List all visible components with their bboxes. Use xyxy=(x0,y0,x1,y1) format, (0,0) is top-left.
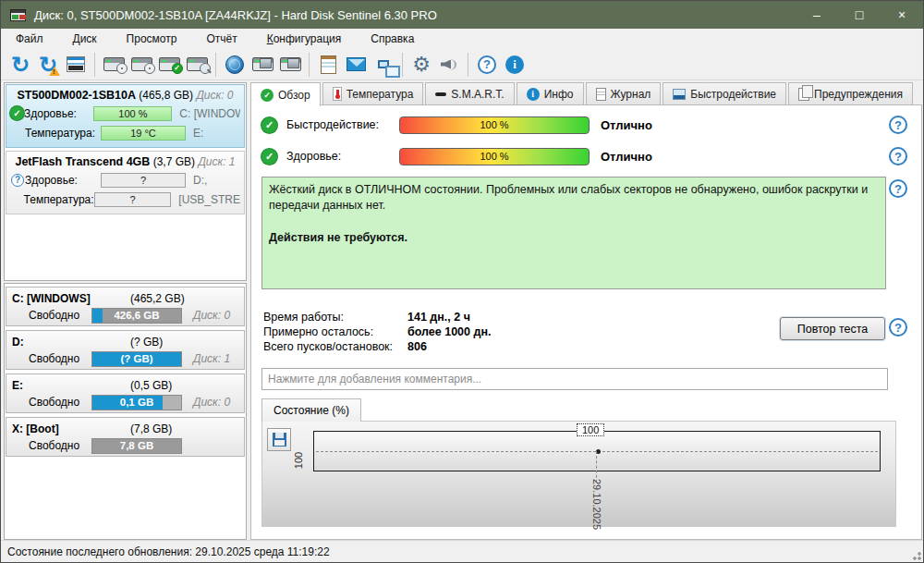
stat-value: 141 дн., 2 ч xyxy=(407,311,470,324)
sound-icon xyxy=(441,57,457,72)
disk-card-1[interactable]: JetFlash Transcend 4GB (3,7 GB) Диск: 1 … xyxy=(6,151,245,214)
refresh-warning-button[interactable]: ↻ xyxy=(34,51,62,79)
tab-label: S.M.A.R.T. xyxy=(451,88,504,101)
disk-gauge-button[interactable] xyxy=(100,51,128,79)
partition-disk: Диск: 0 xyxy=(193,396,230,409)
disk-eject-button[interactable] xyxy=(276,51,304,79)
estimated-remaining-row: Примерно осталось: более 1000 дн. xyxy=(263,325,491,338)
free-space-bar: (? GB) xyxy=(91,351,182,367)
tab-log[interactable]: Журнал xyxy=(586,82,662,104)
save-chart-button[interactable] xyxy=(267,428,291,451)
menu-disk[interactable]: Диск xyxy=(62,31,108,47)
health-ok-icon: ✓ xyxy=(10,106,24,120)
partition-card-d[interactable]: D: (? GB) Свободно (? GB) Диск: 1 xyxy=(6,330,245,370)
health-bar: ? xyxy=(101,173,186,188)
partition-name: C: [WINDOWS] xyxy=(12,292,130,305)
pages-icon xyxy=(798,88,809,101)
history-tab-status[interactable]: Состояние (%) xyxy=(261,398,361,422)
disk-check-icon: ✓ xyxy=(159,57,180,71)
info-button[interactable]: i xyxy=(501,51,529,79)
info-icon: i xyxy=(505,55,524,74)
tab-label: Быстродействие xyxy=(690,88,776,101)
history-tab-label: Состояние (%) xyxy=(274,404,349,417)
minimize-button[interactable]: – xyxy=(796,1,838,29)
toolbar-separator xyxy=(468,53,468,77)
partition-card-e[interactable]: E: (0,5 GB) Свободно 0,1 GB Диск: 0 xyxy=(6,373,245,413)
health-row: ✓ Здоровье: 100 % Отлично xyxy=(261,147,652,165)
tab-performance[interactable]: Быстродействие xyxy=(663,82,786,104)
performance-bar: 100 % xyxy=(399,116,590,134)
disk-search-button[interactable] xyxy=(183,51,211,79)
tab-overview[interactable]: ✓Обзор xyxy=(250,82,321,106)
free-label: Свободно xyxy=(29,396,91,409)
tab-alerts[interactable]: Предупреждения xyxy=(788,82,913,104)
stat-label: Время работы: xyxy=(263,311,407,324)
notepad-button[interactable] xyxy=(314,51,342,79)
free-space-bar: 0,1 GB xyxy=(91,395,182,410)
disk-clock-button[interactable] xyxy=(128,51,155,79)
menu-report[interactable]: Отчёт xyxy=(195,31,248,47)
partition-card-c[interactable]: C: [WINDOWS] (465,2 GB) Свободно 426,6 G… xyxy=(6,287,245,326)
overview-panel: ✓ Быстродействие: 100 % Отлично ? ✓ Здор… xyxy=(250,104,922,540)
free-label: Свободно xyxy=(29,439,91,452)
health-message: Жёсткий диск в ОТЛИЧНОМ состоянии. Пробл… xyxy=(269,182,879,214)
health-label: Здоровье: xyxy=(25,174,101,187)
partition-card-x[interactable]: X: [Boot] (7,8 GB) Свободно 7,8 GB xyxy=(6,417,245,457)
toolbar-separator xyxy=(215,53,216,77)
temp-bar: ? xyxy=(94,192,172,207)
tab-smart[interactable]: S.M.A.R.T. xyxy=(425,82,514,104)
tab-temperature[interactable]: Температура xyxy=(322,82,424,104)
network-button[interactable] xyxy=(370,51,397,79)
stat-value: более 1000 дн. xyxy=(407,325,491,338)
status-text: Состояние последнего обновления: 29.10.2… xyxy=(7,545,330,558)
partition-name: D: xyxy=(12,336,130,349)
sound-button[interactable] xyxy=(435,51,463,79)
settings-button[interactable]: ⚙ xyxy=(407,51,435,79)
disk-check-button[interactable]: ✓ xyxy=(155,51,183,79)
help-button[interactable]: ? xyxy=(473,51,501,79)
help-icon[interactable]: ? xyxy=(889,179,907,198)
thermometer-icon xyxy=(333,87,342,101)
tab-info[interactable]: iИнфо xyxy=(517,82,584,104)
free-label: Свободно xyxy=(29,309,91,322)
disk-number: Диск: 0 xyxy=(196,89,233,102)
menu-help[interactable]: Справка xyxy=(359,31,425,47)
refresh-button[interactable]: ↻ xyxy=(6,51,34,79)
tab-label: Инфо xyxy=(544,88,574,101)
mail-icon xyxy=(346,57,366,71)
disk-card-0[interactable]: ST500DM002-1SB10A (465,8 GB) Диск: 0 ✓ З… xyxy=(6,84,245,148)
help-icon[interactable]: ? xyxy=(889,147,907,165)
resize-grip[interactable] xyxy=(910,549,921,560)
mail-button[interactable] xyxy=(342,51,370,79)
start-stop-count-row: Всего пусков/остановок: 806 xyxy=(263,340,427,353)
y-axis-tick: 100 xyxy=(293,452,304,469)
comment-input[interactable] xyxy=(261,368,888,390)
disk-model: ST500DM002-1SB10A xyxy=(17,89,136,102)
disk-size: (465,8 GB) xyxy=(139,89,193,102)
partition-name: E: xyxy=(12,379,130,392)
tab-label: Журнал xyxy=(611,88,651,101)
document-icon xyxy=(596,88,606,101)
volume-label: C: [WINDOW xyxy=(179,107,240,120)
menu-konfiguracija[interactable]: Конфигурация xyxy=(256,31,353,47)
app-window: Диск: 0, ST500DM002-1SB10A [ZA44RKJZ] - … xyxy=(0,0,924,563)
notepad-icon xyxy=(321,55,336,74)
help-icon[interactable]: ? xyxy=(889,116,907,134)
close-button[interactable]: × xyxy=(881,1,923,29)
partition-size: (465,2 GB) xyxy=(130,292,185,305)
disk-copy-icon xyxy=(252,57,274,71)
disk-copy-button[interactable] xyxy=(249,51,276,79)
menu-file[interactable]: Файл xyxy=(5,31,55,47)
menubar: Файл Диск Просмотр Отчёт Конфигурация Сп… xyxy=(1,29,923,49)
toolbar: ↻ ↻ ✓ ⚙ ? i xyxy=(1,49,923,80)
maximize-button[interactable]: □ xyxy=(838,1,881,29)
temp-label: Температура: xyxy=(24,193,94,206)
help-icon[interactable]: ? xyxy=(889,318,907,337)
menu-view[interactable]: Просмотр xyxy=(116,31,188,47)
stat-label: Всего пусков/остановок: xyxy=(263,340,407,353)
retest-button[interactable]: Повтор теста xyxy=(780,317,885,340)
network-disk-button[interactable] xyxy=(221,51,249,79)
health-label: Здоровье: xyxy=(24,107,93,120)
report-button[interactable] xyxy=(62,51,90,79)
toolbar-separator xyxy=(402,53,403,77)
